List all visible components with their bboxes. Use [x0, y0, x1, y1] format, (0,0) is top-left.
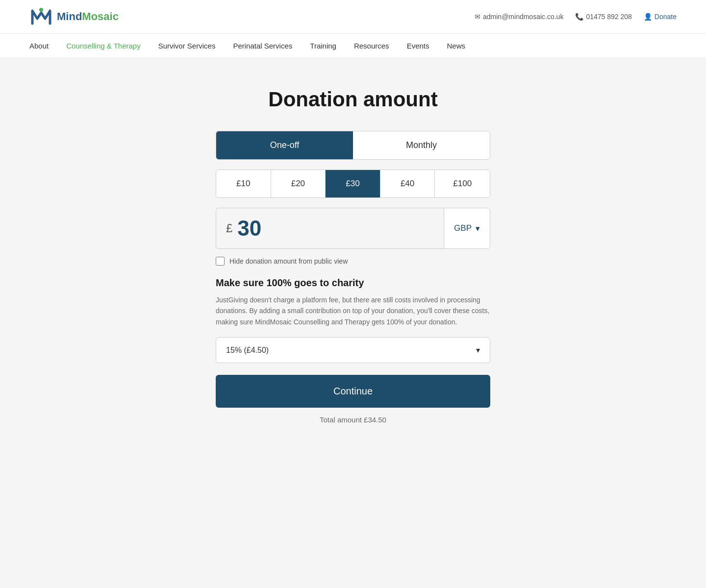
amount-btn-30[interactable]: £30: [326, 170, 380, 197]
nav-training[interactable]: Training: [310, 34, 336, 58]
email-address: admin@mindmosaic.co.uk: [483, 13, 563, 21]
nav-news[interactable]: News: [447, 34, 465, 58]
chevron-down-icon: ▾: [476, 223, 480, 234]
amount-input[interactable]: [237, 216, 434, 241]
logo-mosaic: Mosaic: [82, 10, 119, 23]
donation-type-toggle: One-off Monthly: [216, 131, 490, 160]
amount-btn-40[interactable]: £40: [380, 170, 435, 197]
header-contact: ✉ admin@mindmosaic.co.uk 📞 01475 892 208…: [475, 13, 677, 21]
svg-point-0: [39, 8, 43, 12]
one-off-button[interactable]: One-off: [216, 131, 353, 159]
total-amount: Total amount £34.50: [216, 416, 490, 424]
contribution-chevron-icon: ▾: [476, 345, 480, 355]
donate-header-link[interactable]: 👤 Donate: [644, 13, 677, 21]
nav-counselling[interactable]: Counselling & Therapy: [66, 34, 140, 58]
amount-grid: £10 £20 £30 £40 £100: [216, 170, 490, 198]
hide-amount-row: Hide donation amount from public view: [216, 257, 490, 266]
phone-number: 01475 892 208: [586, 13, 631, 21]
person-icon: 👤: [644, 13, 652, 21]
amount-btn-20[interactable]: £20: [271, 170, 326, 197]
amount-btn-10[interactable]: £10: [216, 170, 271, 197]
amount-input-row: £ GBP ▾: [216, 208, 490, 249]
charity-section: Make sure 100% goes to charity JustGivin…: [216, 277, 490, 327]
phone-icon: 📞: [575, 13, 583, 21]
email-icon: ✉: [475, 13, 480, 21]
charity-heading: Make sure 100% goes to charity: [216, 277, 490, 289]
amount-btn-100[interactable]: £100: [435, 170, 490, 197]
nav-about[interactable]: About: [29, 34, 49, 58]
monthly-button[interactable]: Monthly: [353, 131, 490, 159]
phone-link[interactable]: 📞 01475 892 208: [575, 13, 631, 21]
nav-perinatal[interactable]: Perinatal Services: [233, 34, 292, 58]
contribution-value: 15% (£4.50): [226, 346, 269, 355]
logo-icon: [29, 5, 53, 28]
email-link[interactable]: ✉ admin@mindmosaic.co.uk: [475, 13, 563, 21]
nav-events[interactable]: Events: [407, 34, 429, 58]
header-top: MindMosaic ✉ admin@mindmosaic.co.uk 📞 01…: [0, 0, 706, 34]
navigation: About Counselling & Therapy Survivor Ser…: [0, 34, 706, 58]
currency-selector[interactable]: GBP ▾: [444, 208, 490, 248]
charity-text: JustGiving doesn't charge a platform fee…: [216, 294, 490, 327]
currency-label: GBP: [454, 223, 472, 233]
currency-symbol-display: £: [226, 221, 232, 235]
hide-amount-checkbox[interactable]: [216, 257, 225, 266]
contribution-dropdown[interactable]: 15% (£4.50) ▾: [216, 337, 490, 363]
nav-survivor[interactable]: Survivor Services: [158, 34, 216, 58]
donate-header-label: Donate: [655, 13, 677, 21]
hide-amount-label: Hide donation amount from public view: [229, 257, 348, 265]
amount-input-main: £: [216, 208, 444, 248]
nav-resources[interactable]: Resources: [354, 34, 389, 58]
logo[interactable]: MindMosaic: [29, 5, 119, 28]
continue-button[interactable]: Continue: [216, 375, 490, 408]
logo-mind: Mind: [57, 10, 82, 23]
page-title: Donation amount: [216, 88, 490, 111]
main-content: Donation amount One-off Monthly £10 £20 …: [206, 88, 500, 424]
